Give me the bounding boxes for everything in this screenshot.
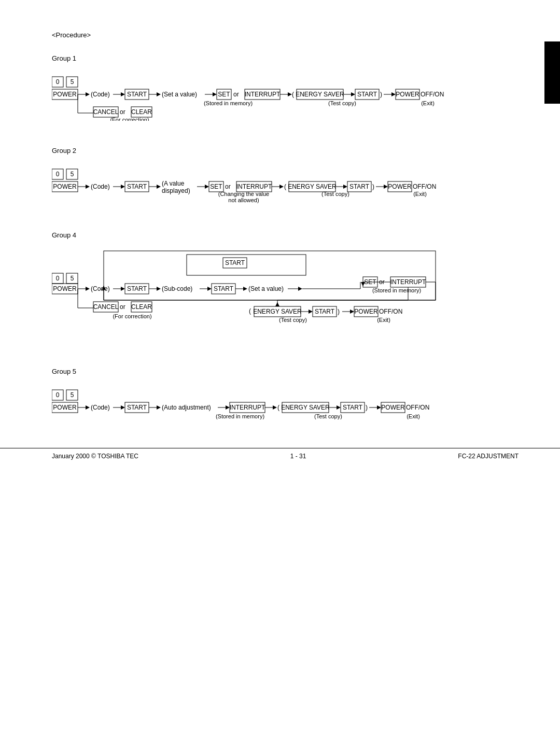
- svg-text:5: 5: [71, 391, 74, 399]
- svg-marker-106: [121, 287, 125, 291]
- svg-text:5: 5: [71, 78, 74, 86]
- group4-section: Group 4 START 0 5 POWER: [52, 231, 519, 342]
- svg-text:START: START: [349, 183, 370, 190]
- svg-text:(Code): (Code): [91, 285, 110, 292]
- svg-text:(Test copy): (Test copy): [328, 100, 356, 106]
- svg-text:): ): [338, 308, 340, 315]
- svg-marker-63: [157, 185, 161, 189]
- svg-text:POWER: POWER: [53, 285, 77, 292]
- svg-text:(For correction): (For correction): [113, 313, 151, 319]
- svg-marker-173: [121, 405, 125, 410]
- svg-marker-190: [337, 405, 341, 410]
- svg-marker-113: [207, 287, 212, 291]
- footer-center: 1 - 31: [290, 453, 306, 460]
- svg-text:0: 0: [56, 78, 60, 86]
- svg-marker-17: [213, 92, 217, 96]
- svg-text:START: START: [127, 285, 147, 292]
- svg-text:(Code): (Code): [91, 91, 110, 98]
- svg-text:(Test copy): (Test copy): [279, 317, 307, 323]
- svg-text:START: START: [357, 91, 377, 98]
- group1-svg: 0 5 POWER (Code) START: [52, 72, 519, 121]
- svg-text:ENERGY SAVER: ENERGY SAVER: [296, 91, 344, 98]
- group1-section: Group 1 0 5 POWER (Code): [52, 54, 519, 121]
- svg-text:(Sub-code): (Sub-code): [162, 285, 192, 292]
- group2-svg: 0 5 POWER (Code) START: [52, 164, 519, 205]
- svg-text:POWER: POWER: [53, 183, 77, 190]
- svg-text:): ): [372, 183, 374, 190]
- svg-text:POWER: POWER: [381, 404, 405, 411]
- svg-text:(Exit): (Exit): [421, 100, 435, 106]
- svg-text:): ): [366, 404, 368, 411]
- svg-marker-136: [309, 309, 313, 314]
- svg-marker-14: [157, 92, 161, 96]
- svg-text:POWER: POWER: [396, 91, 419, 98]
- svg-text:INTERRUPT: INTERRUPT: [245, 91, 281, 98]
- svg-text:OFF/ON: OFF/ON: [406, 404, 429, 411]
- svg-text:0: 0: [56, 275, 60, 282]
- svg-marker-30: [351, 92, 355, 96]
- group5-diagram: 0 5 POWER (Code) START: [52, 385, 519, 424]
- svg-text:(: (: [249, 307, 251, 315]
- svg-text:or: or: [233, 91, 239, 98]
- svg-marker-185: [273, 405, 277, 410]
- svg-marker-103: [86, 287, 90, 291]
- svg-text:START: START: [225, 259, 245, 266]
- svg-marker-87: [384, 185, 388, 189]
- svg-marker-142: [350, 309, 354, 314]
- svg-marker-117: [243, 287, 247, 291]
- black-tab: [544, 41, 560, 104]
- group2-diagram: 0 5 POWER (Code) START: [52, 164, 519, 205]
- svg-marker-36: [391, 92, 396, 96]
- svg-text:POWER: POWER: [354, 308, 378, 315]
- svg-marker-150: [275, 302, 279, 306]
- svg-marker-120: [298, 287, 302, 291]
- svg-text:(: (: [292, 91, 294, 98]
- svg-marker-196: [377, 405, 381, 410]
- svg-text:SET: SET: [210, 183, 222, 190]
- svg-text:ENERGY SAVER: ENERGY SAVER: [281, 404, 330, 411]
- svg-text:0: 0: [56, 391, 60, 399]
- svg-text:(Test copy): (Test copy): [314, 413, 342, 419]
- svg-text:POWER: POWER: [53, 91, 77, 98]
- svg-marker-25: [288, 92, 292, 96]
- footer-right: FC-22 ADJUSTMENT: [458, 453, 519, 460]
- svg-text:(Set a value): (Set a value): [162, 91, 197, 98]
- procedure-title: <Procedure>: [52, 31, 519, 39]
- footer: January 2000 © TOSHIBA TEC 1 - 31 FC-22 …: [0, 448, 560, 460]
- group2-title: Group 2: [52, 147, 519, 154]
- group4-title: Group 4: [52, 231, 519, 239]
- svg-text:): ): [380, 91, 382, 98]
- svg-marker-110: [157, 287, 161, 291]
- svg-text:SET: SET: [218, 91, 230, 98]
- svg-text:POWER: POWER: [388, 183, 412, 190]
- svg-text:INTERRUPT: INTERRUPT: [390, 278, 426, 286]
- group5-svg: 0 5 POWER (Code) START: [52, 385, 519, 424]
- svg-marker-81: [343, 185, 347, 189]
- page: <Procedure> Group 1 0 5 POWER (Code): [0, 0, 560, 481]
- svg-text:(Code): (Code): [91, 183, 110, 190]
- svg-text:(Stored in memory): (Stored in memory): [216, 413, 264, 419]
- svg-marker-76: [279, 185, 284, 189]
- svg-text:START: START: [127, 183, 147, 190]
- group4-svg: START 0 5 POWER (Code): [52, 248, 529, 342]
- group1-title: Group 1: [52, 54, 519, 62]
- svg-marker-10: [121, 92, 125, 96]
- svg-text:not allowed): not allowed): [228, 197, 259, 203]
- group5-section: Group 5 0 5 POWER (Code): [52, 368, 519, 424]
- svg-text:OFF/ON: OFF/ON: [379, 308, 402, 315]
- svg-text:(Changing the value: (Changing the value: [218, 191, 269, 197]
- svg-text:or: or: [120, 303, 125, 311]
- svg-text:or: or: [225, 183, 231, 190]
- svg-text:(Auto adjustment): (Auto adjustment): [162, 404, 211, 411]
- svg-text:(: (: [277, 404, 279, 411]
- svg-marker-170: [86, 405, 90, 410]
- svg-text:CLEAR: CLEAR: [131, 108, 152, 116]
- svg-text:(Stored in memory): (Stored in memory): [204, 100, 253, 106]
- svg-text:CLEAR: CLEAR: [131, 303, 152, 311]
- svg-text:INTERRUPT: INTERRUPT: [236, 183, 272, 190]
- svg-text:(Exit): (Exit): [413, 191, 427, 197]
- svg-text:(Exit): (Exit): [377, 317, 390, 323]
- svg-text:(Exit): (Exit): [407, 413, 420, 419]
- svg-text:START: START: [127, 404, 147, 411]
- svg-text:OFF/ON: OFF/ON: [421, 91, 444, 98]
